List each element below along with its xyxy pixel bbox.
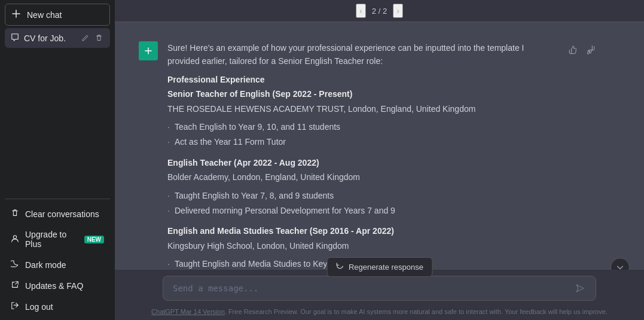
regenerate-tooltip[interactable]: Regenerate response: [326, 257, 432, 277]
sidebar-bottom: Clear conversations Upgrade to Plus NEW …: [5, 199, 110, 316]
main-content: ‹ 2 / 2 › Sure! Here's an example of how…: [115, 0, 644, 320]
input-wrapper: [163, 276, 596, 301]
moon-icon: [11, 260, 19, 270]
chat-icon: [11, 33, 19, 43]
new-chat-button[interactable]: New chat: [5, 4, 110, 26]
trash-icon: [11, 209, 19, 219]
footer: ChatGPT Mar 14 Version. Free Research Pr…: [115, 306, 644, 320]
thumbs-down-button[interactable]: [584, 44, 596, 56]
chat-list: CV for Job.: [5, 28, 110, 199]
logout-icon: [11, 301, 19, 312]
sidebar-item-upgrade-to-plus[interactable]: Upgrade to Plus NEW: [5, 225, 110, 254]
new-badge: NEW: [84, 236, 104, 243]
delete-chat-button[interactable]: [94, 33, 104, 43]
send-button[interactable]: [574, 282, 586, 294]
edit-chat-button[interactable]: [80, 33, 90, 43]
nav-next-button[interactable]: ›: [393, 4, 403, 18]
plus-icon: [11, 9, 21, 20]
nav-bar: ‹ 2 / 2 ›: [115, 0, 644, 22]
sidebar-item-label: Clear conversations: [25, 209, 99, 219]
nav-count: 2 / 2: [372, 7, 387, 16]
regenerate-icon: [335, 262, 344, 272]
sidebar-item-updates-faq[interactable]: Updates & FAQ: [5, 276, 110, 295]
sidebar-item-label: Updates & FAQ: [25, 281, 83, 291]
chat-area: Sure! Here's an example of how your prof…: [115, 22, 644, 270]
user-icon: [11, 234, 19, 245]
footer-link[interactable]: ChatGPT Mar 14 Version: [151, 308, 225, 315]
sidebar-item-label: Dark mode: [25, 260, 66, 270]
job-company-2: Kingsbury High School, London, United Ki…: [167, 239, 558, 252]
section-title: Professional Experience: [167, 73, 558, 86]
sidebar-item-log-out[interactable]: Log out: [5, 297, 110, 316]
bullet-item: Teach English to Year 9, 10, and 11 stud…: [167, 120, 558, 133]
job-company-1: Bolder Academy, London, England, United …: [167, 170, 558, 184]
message-intro: Sure! Here's an example of how your prof…: [167, 41, 558, 68]
job-bullets-1: Taught English to Year 7, 8, and 9 stude…: [167, 189, 558, 218]
job-title-0: Senior Teacher of English (Sep 2022 - Pr…: [167, 87, 558, 100]
new-chat-label: New chat: [27, 10, 62, 20]
bullet-item: Delivered morning Personal Development f…: [167, 204, 558, 217]
sidebar-item-label: Upgrade to Plus: [25, 230, 78, 249]
message-actions: [567, 41, 596, 56]
sidebar-item-label: Log out: [25, 302, 53, 312]
job-bullets-0: Teach English to Year 9, 10, and 11 stud…: [167, 120, 558, 149]
assistant-message: Sure! Here's an example of how your prof…: [115, 34, 644, 270]
sidebar-item-cv-for-job[interactable]: CV for Job.: [5, 28, 110, 48]
gpt-avatar: [139, 41, 158, 60]
svg-point-0: [13, 235, 16, 238]
bullet-item: Taught English to Year 7, 8, and 9 stude…: [167, 189, 558, 202]
job-company-0: THE ROSEDALE HEWENS ACADEMY TRUST, Londo…: [167, 102, 558, 115]
sidebar: New chat CV for Job.: [0, 0, 115, 320]
job-title-1: English Teacher (Apr 2022 - Aug 2022): [167, 156, 558, 169]
message-body: Sure! Here's an example of how your prof…: [167, 41, 558, 270]
external-link-icon: [11, 281, 19, 291]
bullet-item: Act as the Year 11 Form Tutor: [167, 135, 558, 148]
message-input[interactable]: [173, 284, 569, 293]
regenerate-label: Regenerate response: [349, 263, 423, 272]
chat-item-label: CV for Job.: [24, 33, 66, 43]
sidebar-item-clear-conversations[interactable]: Clear conversations: [5, 204, 110, 224]
job-title-2: English and Media Studies Teacher (Sep 2…: [167, 224, 558, 237]
thumbs-up-button[interactable]: [567, 44, 579, 56]
sidebar-item-dark-mode[interactable]: Dark mode: [5, 255, 110, 275]
nav-prev-button[interactable]: ‹: [356, 4, 366, 18]
